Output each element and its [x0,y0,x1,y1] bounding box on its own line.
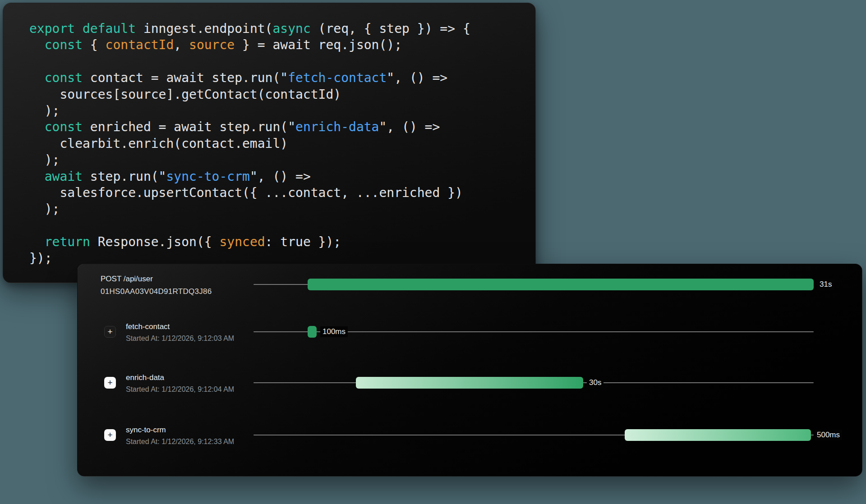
code-editor-panel: export default inngest.endpoint(async (r… [3,3,536,283]
step-duration-bar [356,377,583,389]
request-duration-bar [308,279,814,290]
request-run-id: 01HS0AA03V04D91RTDQ3J86 [101,287,212,296]
step-duration-bar [625,429,811,441]
step-started-at: Started At: 1/12/2026, 9:12:03 AM [126,334,234,343]
step-duration-bar [308,326,317,338]
step-started-at: Started At: 1/12/2026, 9:12:33 AM [126,438,234,446]
step-duration-label: 100ms [320,326,348,337]
step-started-at: Started At: 1/12/2026, 9:12:04 AM [126,385,234,394]
expand-step-button[interactable]: + [104,429,116,441]
step-duration-label: 500ms [815,430,842,440]
trace-timeline-panel: 31s POST /api/user 01HS0AA03V04D91RTDQ3J… [77,264,862,477]
step-name: fetch-contact [126,322,170,331]
request-duration-label: 31s [817,279,834,290]
step-name: sync-to-crm [126,426,166,435]
code-block: export default inngest.endpoint(async (r… [3,3,535,267]
step-duration-label: 30s [587,377,603,388]
step-name: enrich-data [126,373,164,382]
expand-step-button[interactable]: + [104,377,116,389]
request-title: POST /api/user [101,275,153,284]
expand-step-button[interactable]: + [104,326,116,338]
